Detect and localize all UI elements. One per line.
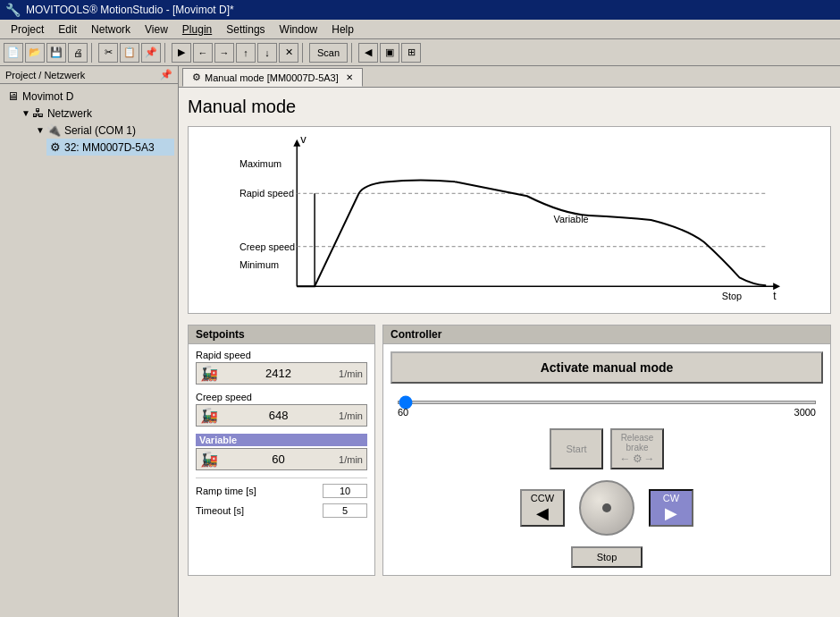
speed-knob[interactable] [579, 480, 634, 536]
tree-children-network: ▼ 🔌 Serial (COM 1) ⚙ 32: MM0007D-5A3 [32, 122, 174, 156]
variable-input-row: 🚂 60 1/min [196, 448, 367, 470]
tree-root[interactable]: 🖥 Movimot D [4, 88, 174, 105]
menu-project[interactable]: Project [4, 21, 51, 38]
gear-small-icon: ⚙ [633, 452, 643, 465]
toolbar: 📄 📂 💾 🖨 ✂ 📋 📌 ▶ ← → ↑ ↓ ✕ Scan ◀ ▣ ⊞ [0, 39, 840, 66]
menu-help[interactable]: Help [324, 21, 361, 38]
velocity-chart: v t Maximum Rapid speed Creep speed Mini… [189, 127, 830, 313]
sidebar-content: 🖥 Movimot D ▼ 🖧 Netzwerk ▼ 🔌 Serial (COM… [0, 84, 178, 617]
right-arrow-icon: → [644, 452, 655, 465]
toolbar-stop[interactable]: ✕ [279, 43, 298, 63]
ramp-time-input[interactable] [323, 484, 367, 498]
menu-plugin[interactable]: Plugin [175, 21, 219, 38]
toolbar-scan[interactable]: Scan [309, 43, 348, 63]
svg-text:Creep speed: Creep speed [239, 241, 295, 252]
toolbar-sep-1 [91, 43, 95, 63]
creep-speed-unit: 1/min [339, 410, 363, 421]
toolbar-down[interactable]: ↓ [257, 43, 277, 63]
release-icons: ← ⚙ → [620, 452, 655, 465]
title-text: MOVITOOLS® MotionStudio - [Movimot D]* [26, 4, 234, 16]
cw-button[interactable]: CW ▶ [649, 489, 693, 527]
ccw-button[interactable]: CCW ◀ [520, 489, 565, 527]
content-area: ⚙ Manual mode [MM0007D-5A3] ✕ Manual mod… [179, 66, 840, 617]
slider-max-label: 3000 [794, 407, 816, 418]
stop-button[interactable]: Stop [571, 546, 643, 568]
toolbar-copy[interactable]: 📋 [120, 43, 139, 63]
toolbar-extra3[interactable]: ⊞ [401, 43, 421, 63]
expand-serial: ▼ [36, 125, 45, 135]
tree-network[interactable]: ▼ 🖧 Netzwerk [18, 105, 174, 122]
toolbar-arrow-right[interactable]: ▶ [172, 43, 191, 63]
menu-window[interactable]: Window [273, 21, 325, 38]
toolbar-extra1[interactable]: ◀ [358, 43, 378, 63]
toolbar-sep-3 [302, 43, 306, 63]
tree-children-serial: ⚙ 32: MM0007D-5A3 [46, 139, 174, 156]
toolbar-new[interactable]: 📄 [4, 43, 23, 63]
ramp-time-row: Ramp time [s] [196, 484, 367, 498]
cw-label: CW [663, 493, 679, 503]
menu-view[interactable]: View [138, 21, 175, 38]
tree-serial[interactable]: ▼ 🔌 Serial (COM 1) [32, 122, 174, 139]
toolbar-save[interactable]: 💾 [46, 43, 66, 63]
svg-rect-0 [226, 127, 793, 313]
controller-body: Activate manual mode 60 3000 Start [383, 344, 830, 575]
menu-bar: Project Edit Network View Plugin Setting… [0, 20, 840, 39]
svg-text:Rapid speed: Rapid speed [239, 188, 294, 199]
knob-container [575, 477, 638, 539]
app-icon: 🔧 [5, 3, 21, 17]
toolbar-paste[interactable]: 📌 [141, 43, 161, 63]
variable-value[interactable]: 60 [222, 452, 335, 466]
sidebar-title: Project / Netzwerk [5, 70, 85, 80]
start-button[interactable]: Start [550, 428, 603, 469]
network-icon: 🖧 [32, 106, 44, 120]
computer-icon: 🖥 [7, 89, 19, 103]
controls-row: Setpoints Rapid speed 🚂 2412 1/min [188, 325, 831, 576]
svg-text:v: v [300, 132, 307, 146]
ccw-arrow-icon: ◀ [536, 503, 549, 523]
menu-edit[interactable]: Edit [51, 21, 84, 38]
creep-speed-input-row: 🚂 648 1/min [196, 404, 367, 427]
timeout-label: Timeout [s] [196, 505, 244, 516]
sidebar: Project / Netzwerk 📌 🖥 Movimot D ▼ 🖧 Net… [0, 66, 179, 617]
slider-min-label: 60 [398, 407, 408, 418]
rapid-speed-value[interactable]: 2412 [222, 367, 335, 380]
release-brake-button[interactable]: Releasebrake ← ⚙ → [610, 428, 664, 469]
rapid-speed-input-row: 🚂 2412 1/min [196, 362, 367, 385]
serial-icon: 🔌 [46, 123, 61, 137]
speed-slider[interactable] [398, 401, 816, 404]
toolbar-sep-4 [351, 43, 355, 63]
motor-icon-rapid: 🚂 [200, 365, 218, 382]
activate-manual-mode-button[interactable]: Activate manual mode [391, 351, 823, 384]
tree-children-root: ▼ 🖧 Netzwerk ▼ 🔌 Serial (COM 1) ⚙ 32: MM… [18, 105, 174, 156]
timeout-input[interactable] [323, 503, 367, 518]
toolbar-forward[interactable]: → [214, 43, 234, 63]
menu-settings[interactable]: Settings [219, 21, 272, 38]
toolbar-up[interactable]: ↑ [236, 43, 256, 63]
toolbar-extra2[interactable]: ▣ [380, 43, 399, 63]
tree-serial-label: Serial (COM 1) [64, 124, 136, 137]
toolbar-back[interactable]: ← [193, 43, 213, 63]
tree-device[interactable]: ⚙ 32: MM0007D-5A3 [46, 139, 174, 156]
sidebar-pin[interactable]: 📌 [160, 69, 172, 80]
variable-label: Variable [196, 434, 367, 446]
timeout-row: Timeout [s] [196, 503, 367, 518]
main-layout: Project / Netzwerk 📌 🖥 Movimot D ▼ 🖧 Net… [0, 66, 840, 617]
expand-network: ▼ [21, 108, 30, 118]
toolbar-open[interactable]: 📂 [25, 43, 45, 63]
toolbar-cut[interactable]: ✂ [98, 43, 118, 63]
setpoints-header: Setpoints [189, 325, 374, 344]
start-release-row: Start Releasebrake ← ⚙ → [391, 428, 823, 469]
tab-manual-mode[interactable]: ⚙ Manual mode [MM0007D-5A3] ✕ [182, 68, 363, 87]
creep-speed-value[interactable]: 648 [222, 409, 335, 422]
device-icon: ⚙ [50, 140, 61, 154]
tab-label: Manual mode [MM0007D-5A3] [205, 72, 339, 83]
sidebar-header: Project / Netzwerk 📌 [0, 66, 178, 84]
knob-center-dot [602, 503, 611, 512]
tree-root-label: Movimot D [22, 90, 73, 103]
controller-header: Controller [383, 325, 830, 344]
motor-icon-variable: 🚂 [200, 451, 218, 468]
tab-close-icon[interactable]: ✕ [346, 72, 353, 82]
svg-text:Maximum: Maximum [239, 158, 281, 169]
toolbar-print[interactable]: 🖨 [68, 43, 88, 63]
menu-network[interactable]: Network [84, 21, 138, 38]
